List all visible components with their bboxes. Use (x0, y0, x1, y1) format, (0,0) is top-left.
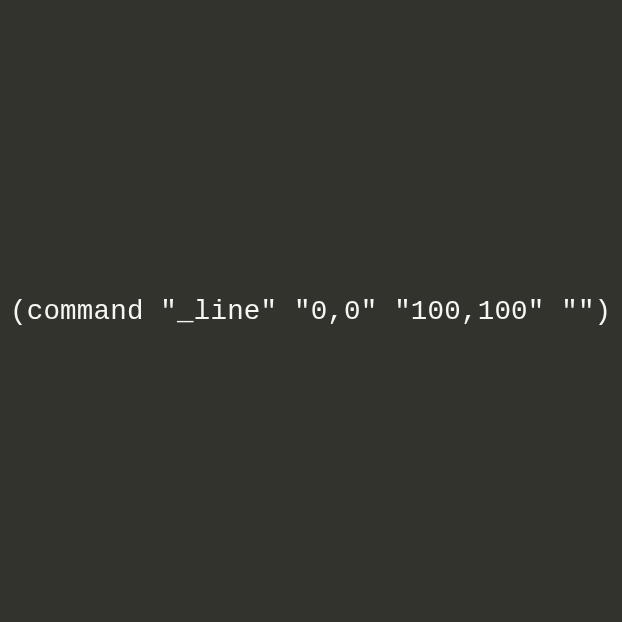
code-line: (command "_line" "0,0" "100,100" "") (0, 296, 611, 327)
